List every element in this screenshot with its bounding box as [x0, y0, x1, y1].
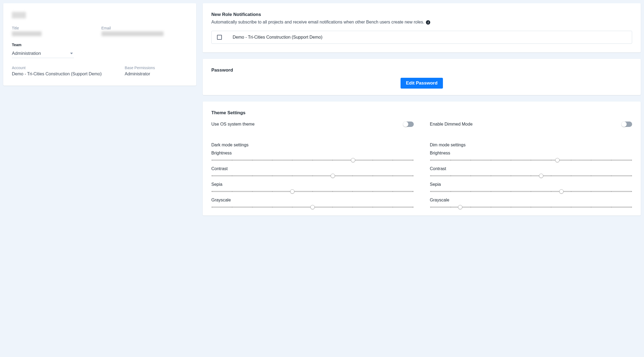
- toggle-thumb: [621, 122, 627, 127]
- notifications-title: New Role Notifications: [211, 12, 632, 17]
- theme-title: Theme Settings: [211, 110, 632, 116]
- dark-brightness-label: Brightness: [211, 151, 414, 156]
- use-os-theme-label: Use OS system theme: [211, 122, 255, 127]
- dark-grayscale-label: Grayscale: [211, 198, 414, 203]
- profile-card: Title Email Team Administration Account: [3, 3, 196, 86]
- team-label: Team: [12, 43, 188, 47]
- info-icon[interactable]: i: [426, 20, 430, 25]
- dark-sepia-label: Sepia: [211, 182, 414, 187]
- dim-contrast-label: Contrast: [430, 166, 632, 171]
- enable-dimmed-toggle[interactable]: [621, 122, 632, 127]
- avatar: [12, 12, 26, 18]
- dark-heading: Dark mode settings: [211, 143, 414, 147]
- permissions-field: Base Permissions Administrator: [125, 66, 155, 77]
- team-select[interactable]: Administration: [12, 49, 74, 58]
- dark-grayscale-slider[interactable]: [211, 205, 414, 210]
- chevron-down-icon: [70, 53, 73, 54]
- notification-item[interactable]: Demo - Tri-Cities Construction (Support …: [211, 31, 632, 44]
- dim-contrast-slider[interactable]: [430, 173, 632, 178]
- edit-password-button[interactable]: Edit Password: [401, 78, 443, 89]
- toggle-thumb: [403, 122, 408, 127]
- theme-settings-card: Theme Settings Use OS system theme Enabl…: [203, 102, 641, 215]
- email-label: Email: [101, 26, 188, 30]
- email-value-redacted: [101, 31, 164, 36]
- dim-heading: Dim mode settings: [430, 143, 632, 147]
- dim-sepia-slider[interactable]: [430, 189, 632, 194]
- dim-grayscale-label: Grayscale: [430, 198, 632, 203]
- dark-brightness-slider[interactable]: [211, 158, 414, 163]
- title-field: Title: [12, 26, 98, 36]
- title-label: Title: [12, 26, 98, 30]
- dim-mode-settings: Dim mode settings Brightness Contrast Se…: [430, 135, 632, 213]
- permissions-value: Administrator: [125, 71, 155, 77]
- email-field: Email: [101, 26, 188, 36]
- dark-contrast-label: Contrast: [211, 166, 414, 171]
- team-select-value: Administration: [12, 51, 41, 56]
- permissions-label: Base Permissions: [125, 66, 155, 70]
- dim-brightness-label: Brightness: [430, 151, 632, 156]
- dim-brightness-slider[interactable]: [430, 158, 632, 163]
- enable-dimmed-label: Enable Dimmed Mode: [430, 122, 473, 127]
- dim-grayscale-slider[interactable]: [430, 205, 632, 210]
- account-label: Account: [12, 66, 109, 70]
- account-field: Account Demo - Tri-Cities Construction (…: [12, 66, 109, 77]
- password-title: Password: [211, 68, 632, 73]
- dim-sepia-label: Sepia: [430, 182, 632, 187]
- notification-checkbox[interactable]: [217, 35, 222, 40]
- use-os-theme-toggle[interactable]: [403, 122, 414, 127]
- notification-item-label: Demo - Tri-Cities Construction (Support …: [233, 35, 323, 40]
- password-card: Password Edit Password: [203, 59, 641, 95]
- dark-contrast-slider[interactable]: [211, 173, 414, 178]
- title-value-redacted: [12, 31, 42, 36]
- account-value: Demo - Tri-Cities Construction (Support …: [12, 71, 109, 77]
- notifications-desc: Automatically subscribe to all projects …: [211, 19, 632, 25]
- dark-mode-settings: Dark mode settings Brightness Contrast S…: [211, 135, 414, 213]
- dark-sepia-slider[interactable]: [211, 189, 414, 194]
- notifications-card: New Role Notifications Automatically sub…: [203, 3, 641, 52]
